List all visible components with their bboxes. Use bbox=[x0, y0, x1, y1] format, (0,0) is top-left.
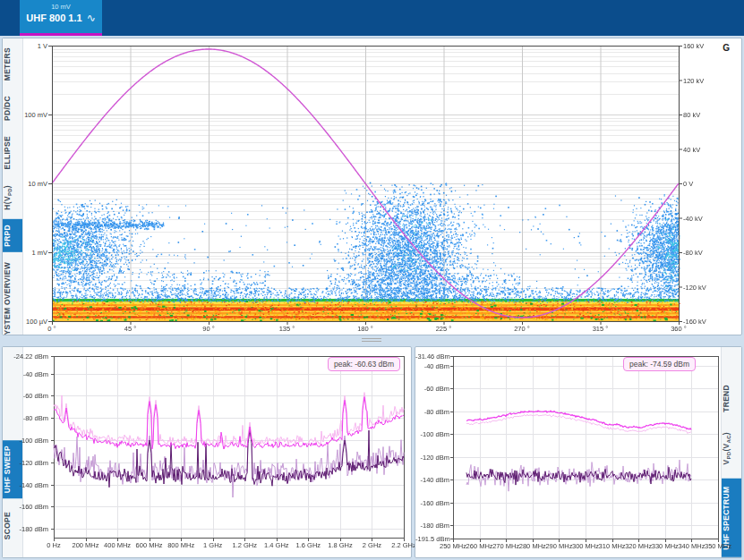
y-axis-left-label: 100 mV bbox=[8, 111, 47, 119]
y-axis-label: -120 dBm bbox=[415, 454, 449, 462]
sensor-tab-uhf800[interactable]: 10 mV UHF 800 1.1 ∿ bbox=[20, 0, 102, 36]
tab-label-part: ) bbox=[722, 432, 731, 435]
y-axis-right-label: 160 kV bbox=[683, 42, 721, 50]
spectrum-tab-strip: TRENDVPD(VAC)UHF SPECTRUM bbox=[721, 347, 741, 557]
y-axis-label: -140 dBm bbox=[415, 476, 449, 484]
y-axis-left-label: 10 mV bbox=[8, 180, 47, 188]
tab-label-part: AC bbox=[726, 435, 731, 443]
x-axis-label: 350 MHz bbox=[698, 542, 738, 550]
spectrum-plot-canvas[interactable] bbox=[449, 354, 722, 544]
y-axis-label: -40 dBm bbox=[6, 370, 48, 378]
x-axis-label: 225 ° bbox=[424, 325, 464, 333]
sensor-tab-title: UHF 800 1.1 bbox=[26, 13, 81, 23]
x-axis-label: 360 ° bbox=[659, 325, 698, 333]
tab-prpd[interactable]: PRPD bbox=[3, 219, 22, 252]
x-axis-label: 2 GHz bbox=[354, 541, 389, 549]
range-readout: 10 mV bbox=[20, 0, 102, 11]
x-axis-label: 180 ° bbox=[346, 325, 385, 333]
tab-label: ELLIPSE bbox=[3, 136, 12, 170]
x-axis-label: 0 Hz bbox=[36, 541, 72, 549]
y-axis-label: -80 dBm bbox=[415, 408, 449, 416]
y-axis-label: -100 dBm bbox=[6, 437, 48, 445]
x-axis-label: 400 MHz bbox=[99, 541, 135, 549]
y-axis-right-label: 120 kV bbox=[683, 77, 721, 85]
y-axis-left-label: 1 V bbox=[8, 42, 47, 50]
tab-uhf-sweep[interactable]: UHF SWEEP bbox=[3, 440, 22, 498]
y-axis-right-label: 0 V bbox=[683, 180, 721, 188]
y-axis-right-label: 40 kV bbox=[683, 146, 721, 154]
x-axis-label: 135 ° bbox=[268, 325, 307, 333]
x-axis-label: 1 GHz bbox=[195, 541, 231, 549]
tab-vpd-vac[interactable]: VPD(VAC) bbox=[722, 427, 741, 470]
x-axis-label: 90 ° bbox=[189, 325, 228, 333]
x-axis-label: 45 ° bbox=[111, 325, 150, 333]
uhf-sweep-panel: UHF SWEEPSCOPE peak: -60.63 dBm -24.22 d… bbox=[2, 346, 412, 558]
x-axis-label: 1.4 GHz bbox=[259, 541, 295, 549]
x-axis-label: 0 ° bbox=[32, 325, 72, 333]
x-axis-label: 1.6 GHz bbox=[290, 541, 326, 549]
spectrum-peak-readout: peak: -74.59 dBm bbox=[623, 357, 696, 371]
sweep-plot-canvas[interactable] bbox=[50, 354, 408, 544]
y-axis-label: -160 dBm bbox=[6, 503, 48, 511]
y-axis-left-label: 1 mV bbox=[8, 249, 47, 257]
sweep-peak-readout: peak: -60.63 dBm bbox=[328, 357, 400, 371]
x-axis-label: 270 ° bbox=[502, 325, 542, 333]
tab-label-part: V bbox=[722, 459, 731, 464]
y-axis-label: -140 dBm bbox=[6, 481, 48, 489]
y-axis-right-label: -120 kV bbox=[683, 284, 721, 292]
prpd-panel: METERSPD/DCELLIPSEH(VPD)PRPDSYSTEM OVERV… bbox=[2, 38, 742, 335]
tab-label: METERS bbox=[3, 47, 12, 81]
y-axis-right-label: -80 kV bbox=[683, 249, 721, 257]
y-axis-label: -80 dBm bbox=[6, 414, 48, 422]
x-axis-label: 1.2 GHz bbox=[227, 541, 262, 549]
prpd-plot-canvas[interactable] bbox=[48, 44, 684, 325]
trigger-channel-label: G bbox=[723, 43, 730, 53]
y-axis-right-label: -40 kV bbox=[683, 215, 721, 223]
x-axis-label: 800 MHz bbox=[163, 541, 199, 549]
tab-accent-bar bbox=[20, 33, 102, 36]
uhf-spectrum-panel: peak: -74.59 dBm TRENDVPD(VAC)UHF SPECTR… bbox=[415, 346, 742, 558]
tab-trend[interactable]: TREND bbox=[722, 379, 741, 418]
tab-ellipse[interactable]: ELLIPSE bbox=[3, 131, 22, 175]
tab-label-part: (V bbox=[722, 443, 731, 451]
y-axis-label: -120 dBm bbox=[6, 459, 48, 467]
tab-label-part: PD bbox=[7, 188, 13, 196]
tab-label-part: PD bbox=[726, 451, 731, 459]
y-axis-label: -31.46 dBm bbox=[415, 352, 449, 361]
y-axis-label: -160 dBm bbox=[415, 499, 449, 507]
pane-splitter[interactable] bbox=[362, 338, 381, 344]
x-axis-label: 315 ° bbox=[581, 325, 620, 333]
y-axis-label: -180 dBm bbox=[6, 525, 48, 533]
tab-label: TREND bbox=[722, 385, 731, 412]
y-axis-label: -60 dBm bbox=[415, 385, 449, 393]
y-axis-label: -24.22 dBm bbox=[6, 352, 48, 361]
y-axis-label: -180 dBm bbox=[415, 522, 449, 530]
sine-wave-icon: ∿ bbox=[87, 13, 96, 22]
y-axis-label: -60 dBm bbox=[6, 392, 48, 400]
y-axis-label: -100 dBm bbox=[415, 430, 449, 438]
tab-pd-dc[interactable]: PD/DC bbox=[3, 90, 22, 126]
tab-label: UHF SPECTRUM bbox=[722, 487, 731, 550]
top-bar: 10 mV UHF 800 1.1 ∿ bbox=[0, 0, 744, 36]
x-axis-label: 1.8 GHz bbox=[322, 541, 358, 549]
y-axis-label: -40 dBm bbox=[415, 362, 449, 370]
tab-label: PRPD bbox=[3, 225, 12, 247]
x-axis-label: 600 MHz bbox=[132, 541, 167, 549]
tab-label-part: H(V bbox=[3, 196, 12, 210]
y-axis-right-label: 80 kV bbox=[683, 111, 721, 119]
x-axis-label: 200 MHz bbox=[68, 541, 104, 549]
